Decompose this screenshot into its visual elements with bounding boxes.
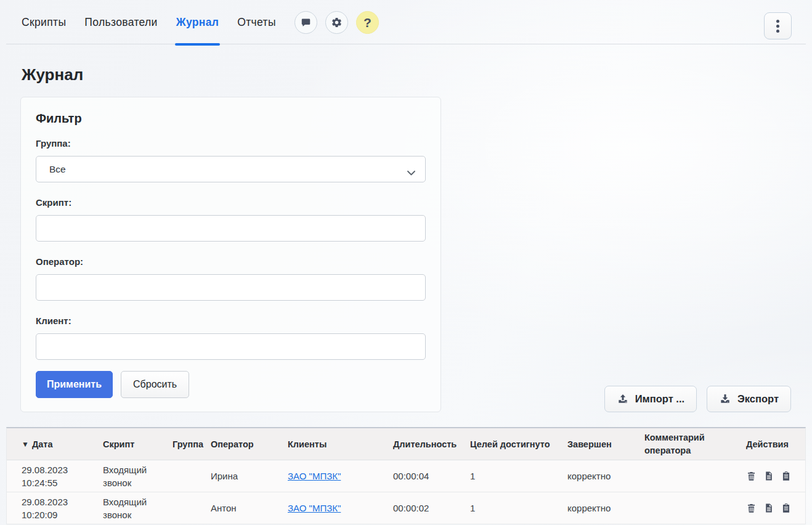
client-input[interactable] [36, 333, 426, 360]
script-input[interactable] [36, 215, 426, 242]
apply-button[interactable]: Применить [36, 371, 113, 398]
kebab-icon [776, 20, 779, 23]
document-icon[interactable] [764, 503, 774, 513]
sort-desc-icon: ▼ [22, 441, 29, 448]
chat-bubble-icon [301, 17, 311, 28]
group-select-value: Все [49, 164, 66, 175]
more-options-button[interactable] [764, 12, 792, 39]
cell-script: Входящийзвонок [103, 495, 173, 521]
client-link[interactable]: ЗАО "МПЗК" [288, 503, 341, 513]
operator-input[interactable] [36, 274, 426, 301]
import-button-label: Импорт ... [635, 393, 684, 405]
cell-date: 29.08.202310:20:09 [22, 495, 103, 521]
export-button[interactable]: Экспорт [707, 386, 791, 412]
column-header-goals: Целей достигнуто [470, 439, 567, 449]
download-icon [719, 393, 731, 405]
column-header-operator: Оператор [211, 439, 288, 449]
operator-label: Оператор: [36, 256, 426, 267]
topbar-icon-buttons: ? [294, 11, 379, 34]
filter-buttons: Применить Сбросить [36, 371, 426, 398]
question-mark-icon: ? [363, 16, 371, 29]
group-label: Группа: [36, 138, 426, 149]
column-header-date[interactable]: ▼ Дата [22, 439, 103, 449]
filter-card: Фильтр Группа: Все Скрипт: Оператор: [20, 97, 441, 412]
tab-scripts[interactable]: Скрипты [22, 0, 66, 44]
settings-button[interactable] [325, 11, 348, 34]
cell-duration: 00:00:02 [393, 503, 470, 513]
journal-table: ▼ Дата Скрипт Группа Оператор Клиенты Дл… [6, 427, 806, 524]
clipboard-icon[interactable] [781, 503, 791, 513]
help-button[interactable]: ? [356, 11, 379, 34]
clipboard-icon[interactable] [781, 471, 791, 481]
column-header-actions: Действия [746, 439, 805, 449]
cell-goals: 1 [470, 471, 567, 481]
upload-icon [617, 393, 629, 405]
table-header-row: ▼ Дата Скрипт Группа Оператор Клиенты Дл… [7, 428, 805, 460]
cell-date: 29.08.202310:24:55 [22, 463, 103, 489]
filter-title: Фильтр [36, 111, 426, 126]
cell-duration: 00:00:04 [393, 471, 470, 481]
column-header-duration: Длительность [393, 439, 470, 449]
cell-actions [746, 471, 805, 481]
cell-script: Входящийзвонок [103, 463, 173, 489]
client-link[interactable]: ЗАО "МПЗК" [288, 471, 341, 481]
filter-section: Фильтр Группа: Все Скрипт: Оператор: [0, 97, 812, 412]
page-title: Журнал [22, 67, 812, 83]
tab-users[interactable]: Пользователи [84, 0, 157, 44]
document-icon[interactable] [764, 471, 774, 481]
cell-completed: корректно [567, 471, 644, 481]
delete-icon[interactable] [746, 471, 757, 481]
reset-button[interactable]: Сбросить [121, 371, 189, 398]
tab-reports[interactable]: Отчеты [237, 0, 276, 44]
chat-button[interactable] [294, 11, 317, 34]
column-header-clients: Клиенты [288, 439, 393, 449]
filter-field-client: Клиент: [36, 315, 426, 360]
filter-field-group: Группа: Все [36, 138, 426, 182]
gear-icon [331, 17, 343, 28]
column-header-script: Скрипт [103, 439, 173, 449]
column-header-completed: Завершен [567, 439, 644, 449]
group-select[interactable]: Все [36, 156, 426, 182]
tab-journal[interactable]: Журнал [176, 0, 219, 44]
import-export-buttons: Импорт ... Экспорт [604, 386, 791, 412]
cell-goals: 1 [470, 503, 567, 513]
filter-field-script: Скрипт: [36, 197, 426, 242]
chevron-down-icon [407, 167, 415, 178]
top-navigation-bar: Скрипты Пользователи Журнал Отчеты ? [0, 0, 812, 44]
column-header-group: Группа [173, 439, 211, 449]
cell-clients: ЗАО "МПЗК" [288, 471, 393, 481]
import-button[interactable]: Импорт ... [604, 386, 697, 412]
delete-icon[interactable] [746, 503, 757, 513]
main-content: Журнал Фильтр Группа: Все Скрипт: Операт… [0, 67, 812, 524]
table-row: 29.08.202310:24:55 Входящийзвонок Ирина … [7, 460, 805, 492]
client-label: Клиент: [36, 315, 426, 327]
cell-actions [746, 503, 805, 513]
script-label: Скрипт: [36, 197, 426, 208]
column-header-comment: Комментарий оператора [644, 431, 746, 457]
cell-completed: корректно [567, 503, 644, 513]
cell-operator: Ирина [211, 471, 288, 481]
cell-operator: Антон [211, 503, 288, 513]
cell-clients: ЗАО "МПЗК" [288, 503, 393, 513]
main-nav: Скрипты Пользователи Журнал Отчеты [22, 0, 276, 44]
filter-field-operator: Оператор: [36, 256, 426, 301]
export-button-label: Экспорт [737, 393, 779, 405]
table-row: 29.08.202310:20:09 Входящийзвонок Антон … [7, 492, 805, 524]
